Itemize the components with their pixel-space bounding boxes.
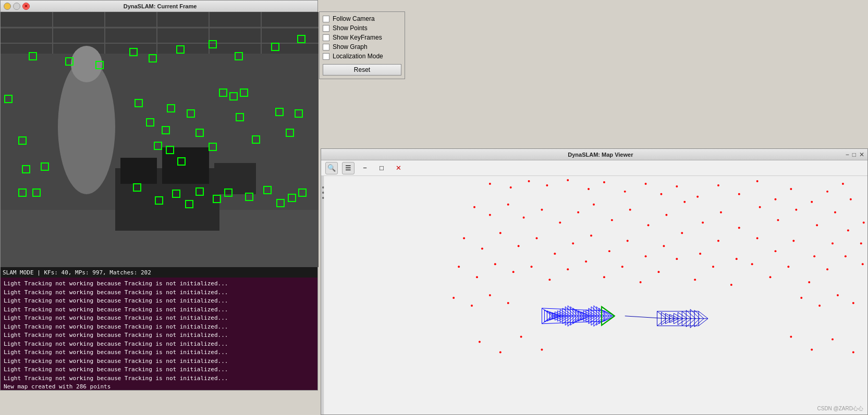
svg-point-91 <box>593 204 595 206</box>
svg-point-139 <box>657 271 659 273</box>
map-window-close[interactable]: ✕ <box>392 162 405 174</box>
svg-point-157 <box>852 302 854 304</box>
svg-point-149 <box>845 255 847 257</box>
svg-point-89 <box>559 222 561 224</box>
svg-point-69 <box>588 188 590 190</box>
show-points-control[interactable]: Show Points <box>323 24 401 32</box>
show-graph-checkbox[interactable] <box>323 44 329 51</box>
svg-point-122 <box>756 237 759 239</box>
svg-point-162 <box>790 336 792 338</box>
svg-point-156 <box>837 294 839 296</box>
show-points-checkbox[interactable] <box>323 25 329 32</box>
svg-point-106 <box>463 237 465 239</box>
map-window-maximize[interactable]: □ <box>375 162 388 174</box>
map-svg <box>321 176 867 414</box>
svg-point-86 <box>507 204 509 206</box>
localization-checkbox[interactable] <box>323 53 329 60</box>
svg-point-98 <box>720 211 722 213</box>
map-minimize-button[interactable]: − <box>846 151 849 158</box>
close-button[interactable]: ✕ <box>22 3 30 10</box>
svg-point-128 <box>458 266 460 268</box>
svg-point-117 <box>663 245 665 247</box>
svg-point-93 <box>629 209 631 211</box>
svg-point-164 <box>832 338 834 341</box>
reset-button[interactable]: Reset <box>323 64 401 76</box>
svg-point-114 <box>608 250 610 252</box>
terminal-line-2: Light Tracking not working because Track… <box>4 288 314 297</box>
show-graph-label: Show Graph <box>333 43 368 51</box>
svg-point-125 <box>813 255 815 257</box>
show-keyframes-control[interactable]: Show KeyFrames <box>323 34 401 41</box>
watermark: CSDN @ZARD心心 <box>817 405 864 412</box>
show-points-label: Show Points <box>333 24 368 32</box>
localization-mode-control[interactable]: Localization Mode <box>323 53 401 60</box>
terminal-line-12: Light Tracking not working because Track… <box>4 374 314 383</box>
svg-point-166 <box>863 222 865 224</box>
svg-point-133 <box>548 279 551 281</box>
follow-camera-label: Follow Camera <box>333 15 375 22</box>
svg-point-148 <box>826 268 828 270</box>
minimize-icon: − <box>363 164 367 172</box>
svg-point-124 <box>792 240 794 242</box>
terminal-line-6: Light Tracking not working because Track… <box>4 323 314 332</box>
search-button[interactable]: 🔍 <box>325 162 338 174</box>
show-keyframes-label: Show KeyFrames <box>333 34 382 41</box>
svg-point-127 <box>847 230 849 232</box>
svg-point-144 <box>751 263 753 265</box>
svg-point-115 <box>627 240 629 242</box>
svg-point-150 <box>453 297 455 299</box>
svg-point-92 <box>611 219 613 221</box>
svg-rect-63 <box>324 176 864 414</box>
svg-point-78 <box>756 180 759 182</box>
svg-point-64 <box>489 183 491 185</box>
svg-point-167 <box>860 242 862 244</box>
svg-point-81 <box>811 201 813 203</box>
svg-point-168 <box>862 263 864 265</box>
map-content: CSDN @ZARD心心 <box>321 176 867 414</box>
menu-icon: ☰ <box>345 164 351 172</box>
svg-point-153 <box>507 302 509 304</box>
terminal-line-1: Light Tracking not working because Track… <box>4 280 314 288</box>
svg-point-73 <box>660 193 662 195</box>
svg-rect-9 <box>214 163 256 194</box>
menu-button[interactable]: ☰ <box>342 162 354 174</box>
svg-point-84 <box>473 206 475 208</box>
show-keyframes-checkbox[interactable] <box>323 34 329 41</box>
svg-point-68 <box>567 179 569 181</box>
svg-point-70 <box>603 181 605 183</box>
svg-point-147 <box>808 281 810 283</box>
show-graph-control[interactable]: Show Graph <box>323 43 401 51</box>
svg-point-119 <box>699 253 701 255</box>
map-maximize-button[interactable]: □ <box>852 151 856 158</box>
map-window-minimize[interactable]: − <box>359 162 371 174</box>
follow-camera-checkbox[interactable] <box>323 16 329 22</box>
svg-point-165 <box>852 351 854 354</box>
svg-point-145 <box>769 276 772 278</box>
localization-label: Localization Mode <box>333 53 383 60</box>
svg-point-137 <box>621 266 624 268</box>
svg-point-135 <box>585 260 587 262</box>
svg-point-161 <box>541 349 543 351</box>
maximize-button[interactable] <box>13 3 20 10</box>
svg-point-160 <box>520 336 522 338</box>
svg-point-120 <box>717 240 719 242</box>
terminal-line-8: Light Tracking not working because Track… <box>4 340 314 349</box>
minimize-button[interactable] <box>4 3 11 10</box>
svg-point-151 <box>471 305 473 307</box>
svg-point-146 <box>787 266 789 268</box>
svg-point-109 <box>518 245 520 247</box>
svg-point-129 <box>476 276 478 278</box>
svg-point-77 <box>738 193 740 195</box>
terminal-line-5: Light Tracking not working because Track… <box>4 314 314 323</box>
svg-point-118 <box>681 232 683 234</box>
svg-point-141 <box>694 279 696 281</box>
terminal-line-3: Light Tracking not working because Track… <box>4 297 314 306</box>
svg-point-123 <box>774 250 776 252</box>
svg-point-112 <box>572 242 574 244</box>
close-icon: ✕ <box>396 164 401 172</box>
terminal-output: Light Tracking not working because Track… <box>1 278 317 390</box>
terminal-line-11: Light Tracking not working because Track… <box>4 366 314 374</box>
map-close-button[interactable]: ✕ <box>859 151 864 158</box>
follow-camera-control[interactable]: Follow Camera <box>323 15 401 22</box>
svg-point-152 <box>489 294 491 296</box>
